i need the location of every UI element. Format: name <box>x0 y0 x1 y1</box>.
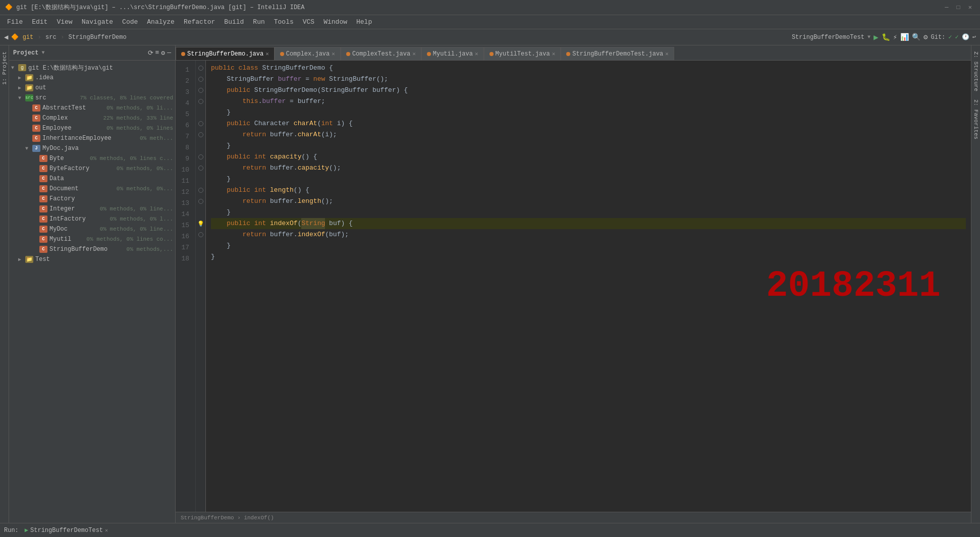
gutter-circle-7 <box>198 132 203 137</box>
menu-tools[interactable]: Tools <box>270 17 298 27</box>
coverage-btn[interactable]: ⚡ <box>893 33 897 41</box>
tree-employee[interactable]: C Employee 0% methods, 0% lines <box>9 123 175 133</box>
profiler-btn[interactable]: 📊 <box>900 33 909 41</box>
project-gear-icon[interactable]: ⚙ <box>161 49 165 57</box>
project-sync-icon[interactable]: ⟳ <box>148 49 153 57</box>
tab-close-5[interactable]: ✕ <box>552 50 556 57</box>
tab-complex[interactable]: Complex.java ✕ <box>275 47 341 60</box>
tab-complextest[interactable]: ComplexTest.java ✕ <box>341 47 421 60</box>
menu-navigate[interactable]: Navigate <box>78 17 117 27</box>
indent-8: } <box>211 140 231 151</box>
run-config-dropdown[interactable]: ▼ <box>867 34 870 40</box>
minimize-btn[interactable]: ─ <box>942 4 951 11</box>
tab-myutiltest[interactable]: MyutilTest.java ✕ <box>484 47 561 60</box>
run-play-btn[interactable]: ▶ <box>874 32 879 42</box>
menu-analyze[interactable]: Analyze <box>143 17 179 27</box>
tree-byte[interactable]: C Byte 0% methods, 0% lines c... <box>9 153 175 164</box>
code-area[interactable]: public class StringBufferDemo { StringBu… <box>206 61 971 512</box>
menu-file[interactable]: File <box>3 17 27 27</box>
menu-refactor[interactable]: Refactor <box>180 17 219 27</box>
git-revert-btn[interactable]: ↩ <box>972 33 976 41</box>
root-label: git E:\数据结构与java\git <box>28 64 173 72</box>
tree-integer[interactable]: C Integer 0% methods, 0% line... <box>9 204 175 214</box>
fn-indexof-16: indexOf <box>298 229 325 240</box>
gutter-circle-16 <box>198 232 203 237</box>
tree-root[interactable]: ▼ g git E:\数据结构与java\git <box>9 63 175 73</box>
tree-data[interactable]: C Data <box>9 174 175 184</box>
menu-help[interactable]: Help <box>352 17 376 27</box>
tree-inheritance[interactable]: C InheritanceEmployee 0% meth... <box>9 133 175 143</box>
kw-new: new <box>313 74 329 85</box>
tree-src[interactable]: ▼ src src 7% classes, 8% lines covered <box>9 93 175 103</box>
project-close-icon[interactable]: — <box>167 49 171 57</box>
menu-code[interactable]: Code <box>118 17 142 27</box>
tab-close-2[interactable]: ✕ <box>332 50 335 57</box>
tab-myutil[interactable]: Myutil.java ✕ <box>421 47 484 60</box>
settings-btn[interactable]: ⚙ <box>923 33 928 41</box>
tree-document[interactable]: C Document 0% methods, 0%... <box>9 184 175 194</box>
nav-src[interactable]: src <box>45 34 57 41</box>
inh-icon: C <box>32 135 40 142</box>
if-coverage: 0% methods, 0% l... <box>110 216 173 222</box>
tab-stringbufferdemotest[interactable]: StringBufferDemoTest.java ✕ <box>561 47 674 60</box>
kw-this: this <box>242 96 258 107</box>
param-buf: buffer) { <box>372 85 408 96</box>
tree-mydoc-java[interactable]: ▼ J MyDoc.java <box>9 143 175 153</box>
tree-complex[interactable]: C Complex 22% methods, 33% line <box>9 113 175 123</box>
project-collapse-icon[interactable]: ≡ <box>155 49 159 57</box>
gutter-row-18 <box>196 251 205 262</box>
tree-abstracttest[interactable]: C AbstractTest 0% methods, 0% li... <box>9 103 175 113</box>
tab-close-6[interactable]: ✕ <box>665 50 669 57</box>
tab-dot-5 <box>489 52 494 56</box>
indent-15 <box>211 218 227 229</box>
nav-git[interactable]: 🔶 git <box>11 33 33 41</box>
tree-out[interactable]: ▶ 📁 out <box>9 83 175 93</box>
tree-factory[interactable]: C Factory <box>9 194 175 204</box>
at-label: AbstractTest <box>42 104 104 112</box>
nav-back-icon[interactable]: ◀ <box>4 33 8 41</box>
git-commit-btn[interactable]: ✓ <box>948 33 952 41</box>
cx-coverage: 22% methods, 33% line <box>103 115 173 121</box>
left-tab-project[interactable]: 1: Project <box>1 47 9 89</box>
run-tab-close[interactable]: ✕ <box>105 527 108 533</box>
tree-idea[interactable]: ▶ 📁 .idea <box>9 73 175 83</box>
menu-window[interactable]: Window <box>319 17 351 27</box>
menu-build[interactable]: Build <box>220 17 248 27</box>
git-push-btn[interactable]: ✓ <box>955 33 959 41</box>
p15b: buf) { <box>325 218 353 229</box>
menu-view[interactable]: View <box>52 17 76 27</box>
right-tab-structure[interactable]: Z: Structure <box>972 47 980 95</box>
search-everywhere-btn[interactable]: 🔍 <box>912 33 920 41</box>
tree-bytefactory[interactable]: C ByteFactory 0% methods, 0%... <box>9 164 175 174</box>
menu-vcs[interactable]: VCS <box>299 17 318 27</box>
indent-6 <box>211 118 227 129</box>
nav-file[interactable]: StringBufferDemo <box>68 34 126 41</box>
menu-edit[interactable]: Edit <box>28 17 51 27</box>
tree-intfactory[interactable]: C IntFactory 0% methods, 0% l... <box>9 214 175 224</box>
tab-close-1[interactable]: ✕ <box>265 50 269 57</box>
right-tab-favorites[interactable]: 2: Favorites <box>972 95 980 143</box>
tab-close-4[interactable]: ✕ <box>475 50 478 57</box>
project-dropdown[interactable]: ▼ <box>41 50 44 56</box>
code-line-2: StringBuffer buffer = new StringBuffer()… <box>211 74 966 85</box>
debug-btn[interactable]: 🐛 <box>882 33 890 41</box>
out-folder-icon: 📁 <box>25 84 33 91</box>
menu-run[interactable]: Run <box>249 17 268 27</box>
code-line-4: this.buffer = buffer; <box>211 96 966 107</box>
gutter-bulb-15[interactable]: 💡 <box>197 221 204 227</box>
maximize-btn[interactable]: □ <box>954 4 963 11</box>
tree-myutil[interactable]: C Myutil 0% methods, 0% lines co... <box>9 234 175 244</box>
tree-stringbufferdemo[interactable]: C StringBufferDemo 0% methods,... <box>9 244 175 254</box>
git-history-btn[interactable]: 🕐 <box>962 33 969 41</box>
run-tab[interactable]: ▶ StringBufferDemoTest ✕ <box>22 525 111 535</box>
gutter-row-3 <box>196 85 205 96</box>
tree-test[interactable]: ▶ 📁 Test <box>9 254 175 264</box>
p7: (i); <box>321 129 337 140</box>
bf-coverage: 0% methods, 0%... <box>117 166 173 172</box>
tree-mydoc[interactable]: C MyDoc 0% methods, 0% line... <box>9 224 175 234</box>
tab-stringbufferdemo[interactable]: StringBufferDemo.java ✕ <box>176 47 275 60</box>
tab-close-3[interactable]: ✕ <box>412 50 416 57</box>
close-btn[interactable]: ✕ <box>965 4 975 11</box>
fn-charat-7: charAt <box>298 129 321 140</box>
md-label: MyDoc <box>49 226 98 233</box>
